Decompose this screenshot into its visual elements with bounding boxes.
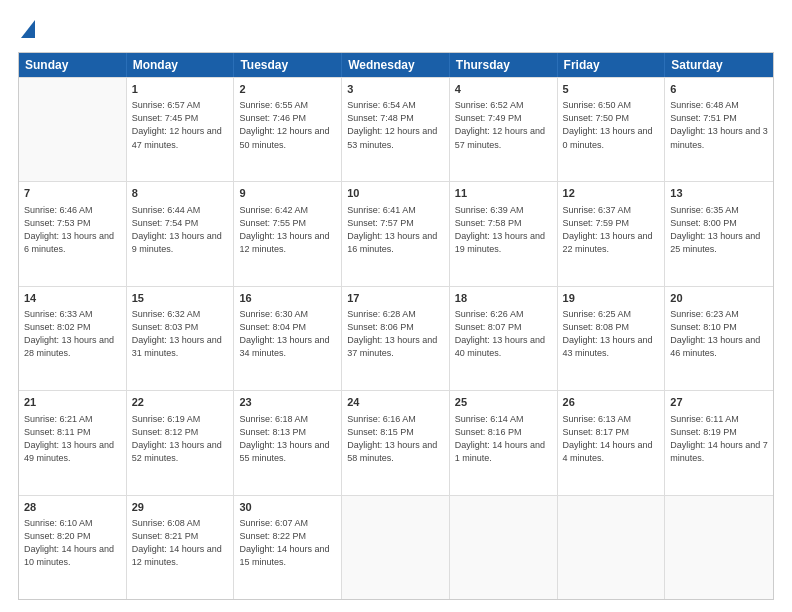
day-cell-8: 8Sunrise: 6:44 AMSunset: 7:54 PMDaylight… bbox=[127, 182, 235, 285]
day-number: 18 bbox=[455, 291, 552, 306]
day-number: 19 bbox=[563, 291, 660, 306]
day-cell-3: 3Sunrise: 6:54 AMSunset: 7:48 PMDaylight… bbox=[342, 78, 450, 181]
weekday-header-tuesday: Tuesday bbox=[234, 53, 342, 77]
day-cell-20: 20Sunrise: 6:23 AMSunset: 8:10 PMDayligh… bbox=[665, 287, 773, 390]
day-number: 24 bbox=[347, 395, 444, 410]
day-number: 20 bbox=[670, 291, 768, 306]
day-cell-17: 17Sunrise: 6:28 AMSunset: 8:06 PMDayligh… bbox=[342, 287, 450, 390]
calendar: SundayMondayTuesdayWednesdayThursdayFrid… bbox=[18, 52, 774, 600]
day-cell-26: 26Sunrise: 6:13 AMSunset: 8:17 PMDayligh… bbox=[558, 391, 666, 494]
empty-cell bbox=[558, 496, 666, 599]
day-info: Sunrise: 6:21 AMSunset: 8:11 PMDaylight:… bbox=[24, 413, 121, 465]
day-number: 16 bbox=[239, 291, 336, 306]
day-info: Sunrise: 6:52 AMSunset: 7:49 PMDaylight:… bbox=[455, 99, 552, 151]
day-cell-6: 6Sunrise: 6:48 AMSunset: 7:51 PMDaylight… bbox=[665, 78, 773, 181]
day-info: Sunrise: 6:32 AMSunset: 8:03 PMDaylight:… bbox=[132, 308, 229, 360]
day-info: Sunrise: 6:50 AMSunset: 7:50 PMDaylight:… bbox=[563, 99, 660, 151]
day-cell-23: 23Sunrise: 6:18 AMSunset: 8:13 PMDayligh… bbox=[234, 391, 342, 494]
weekday-header-sunday: Sunday bbox=[19, 53, 127, 77]
day-info: Sunrise: 6:25 AMSunset: 8:08 PMDaylight:… bbox=[563, 308, 660, 360]
day-number: 25 bbox=[455, 395, 552, 410]
day-number: 2 bbox=[239, 82, 336, 97]
day-cell-1: 1Sunrise: 6:57 AMSunset: 7:45 PMDaylight… bbox=[127, 78, 235, 181]
day-info: Sunrise: 6:10 AMSunset: 8:20 PMDaylight:… bbox=[24, 517, 121, 569]
day-cell-9: 9Sunrise: 6:42 AMSunset: 7:55 PMDaylight… bbox=[234, 182, 342, 285]
day-number: 12 bbox=[563, 186, 660, 201]
day-cell-28: 28Sunrise: 6:10 AMSunset: 8:20 PMDayligh… bbox=[19, 496, 127, 599]
day-info: Sunrise: 6:11 AMSunset: 8:19 PMDaylight:… bbox=[670, 413, 768, 465]
day-cell-21: 21Sunrise: 6:21 AMSunset: 8:11 PMDayligh… bbox=[19, 391, 127, 494]
day-info: Sunrise: 6:39 AMSunset: 7:58 PMDaylight:… bbox=[455, 204, 552, 256]
day-info: Sunrise: 6:44 AMSunset: 7:54 PMDaylight:… bbox=[132, 204, 229, 256]
day-info: Sunrise: 6:19 AMSunset: 8:12 PMDaylight:… bbox=[132, 413, 229, 465]
page: SundayMondayTuesdayWednesdayThursdayFrid… bbox=[0, 0, 792, 612]
day-number: 29 bbox=[132, 500, 229, 515]
calendar-row-5: 28Sunrise: 6:10 AMSunset: 8:20 PMDayligh… bbox=[19, 495, 773, 599]
day-info: Sunrise: 6:46 AMSunset: 7:53 PMDaylight:… bbox=[24, 204, 121, 256]
day-info: Sunrise: 6:18 AMSunset: 8:13 PMDaylight:… bbox=[239, 413, 336, 465]
day-info: Sunrise: 6:42 AMSunset: 7:55 PMDaylight:… bbox=[239, 204, 336, 256]
calendar-row-4: 21Sunrise: 6:21 AMSunset: 8:11 PMDayligh… bbox=[19, 390, 773, 494]
calendar-row-2: 7Sunrise: 6:46 AMSunset: 7:53 PMDaylight… bbox=[19, 181, 773, 285]
day-number: 21 bbox=[24, 395, 121, 410]
day-cell-4: 4Sunrise: 6:52 AMSunset: 7:49 PMDaylight… bbox=[450, 78, 558, 181]
day-info: Sunrise: 6:28 AMSunset: 8:06 PMDaylight:… bbox=[347, 308, 444, 360]
day-number: 30 bbox=[239, 500, 336, 515]
empty-cell bbox=[19, 78, 127, 181]
day-number: 28 bbox=[24, 500, 121, 515]
day-cell-29: 29Sunrise: 6:08 AMSunset: 8:21 PMDayligh… bbox=[127, 496, 235, 599]
day-info: Sunrise: 6:14 AMSunset: 8:16 PMDaylight:… bbox=[455, 413, 552, 465]
day-info: Sunrise: 6:16 AMSunset: 8:15 PMDaylight:… bbox=[347, 413, 444, 465]
day-number: 23 bbox=[239, 395, 336, 410]
day-info: Sunrise: 6:07 AMSunset: 8:22 PMDaylight:… bbox=[239, 517, 336, 569]
day-cell-12: 12Sunrise: 6:37 AMSunset: 7:59 PMDayligh… bbox=[558, 182, 666, 285]
day-number: 15 bbox=[132, 291, 229, 306]
day-number: 6 bbox=[670, 82, 768, 97]
day-info: Sunrise: 6:48 AMSunset: 7:51 PMDaylight:… bbox=[670, 99, 768, 151]
day-cell-27: 27Sunrise: 6:11 AMSunset: 8:19 PMDayligh… bbox=[665, 391, 773, 494]
day-info: Sunrise: 6:35 AMSunset: 8:00 PMDaylight:… bbox=[670, 204, 768, 256]
empty-cell bbox=[665, 496, 773, 599]
day-cell-14: 14Sunrise: 6:33 AMSunset: 8:02 PMDayligh… bbox=[19, 287, 127, 390]
day-number: 7 bbox=[24, 186, 121, 201]
logo bbox=[18, 18, 35, 42]
empty-cell bbox=[342, 496, 450, 599]
day-cell-19: 19Sunrise: 6:25 AMSunset: 8:08 PMDayligh… bbox=[558, 287, 666, 390]
day-number: 3 bbox=[347, 82, 444, 97]
day-info: Sunrise: 6:37 AMSunset: 7:59 PMDaylight:… bbox=[563, 204, 660, 256]
day-number: 10 bbox=[347, 186, 444, 201]
day-cell-22: 22Sunrise: 6:19 AMSunset: 8:12 PMDayligh… bbox=[127, 391, 235, 494]
day-number: 9 bbox=[239, 186, 336, 201]
day-number: 22 bbox=[132, 395, 229, 410]
weekday-header-saturday: Saturday bbox=[665, 53, 773, 77]
day-cell-24: 24Sunrise: 6:16 AMSunset: 8:15 PMDayligh… bbox=[342, 391, 450, 494]
day-number: 1 bbox=[132, 82, 229, 97]
day-number: 17 bbox=[347, 291, 444, 306]
weekday-header-wednesday: Wednesday bbox=[342, 53, 450, 77]
weekday-header-monday: Monday bbox=[127, 53, 235, 77]
day-info: Sunrise: 6:55 AMSunset: 7:46 PMDaylight:… bbox=[239, 99, 336, 151]
header bbox=[18, 18, 774, 42]
day-cell-16: 16Sunrise: 6:30 AMSunset: 8:04 PMDayligh… bbox=[234, 287, 342, 390]
day-info: Sunrise: 6:26 AMSunset: 8:07 PMDaylight:… bbox=[455, 308, 552, 360]
weekday-header-friday: Friday bbox=[558, 53, 666, 77]
day-cell-25: 25Sunrise: 6:14 AMSunset: 8:16 PMDayligh… bbox=[450, 391, 558, 494]
day-info: Sunrise: 6:08 AMSunset: 8:21 PMDaylight:… bbox=[132, 517, 229, 569]
day-cell-15: 15Sunrise: 6:32 AMSunset: 8:03 PMDayligh… bbox=[127, 287, 235, 390]
day-cell-13: 13Sunrise: 6:35 AMSunset: 8:00 PMDayligh… bbox=[665, 182, 773, 285]
day-info: Sunrise: 6:13 AMSunset: 8:17 PMDaylight:… bbox=[563, 413, 660, 465]
day-cell-2: 2Sunrise: 6:55 AMSunset: 7:46 PMDaylight… bbox=[234, 78, 342, 181]
day-cell-10: 10Sunrise: 6:41 AMSunset: 7:57 PMDayligh… bbox=[342, 182, 450, 285]
day-number: 11 bbox=[455, 186, 552, 201]
day-number: 8 bbox=[132, 186, 229, 201]
day-cell-5: 5Sunrise: 6:50 AMSunset: 7:50 PMDaylight… bbox=[558, 78, 666, 181]
day-number: 13 bbox=[670, 186, 768, 201]
day-cell-11: 11Sunrise: 6:39 AMSunset: 7:58 PMDayligh… bbox=[450, 182, 558, 285]
svg-marker-0 bbox=[21, 20, 35, 38]
day-cell-7: 7Sunrise: 6:46 AMSunset: 7:53 PMDaylight… bbox=[19, 182, 127, 285]
day-info: Sunrise: 6:57 AMSunset: 7:45 PMDaylight:… bbox=[132, 99, 229, 151]
weekday-header-thursday: Thursday bbox=[450, 53, 558, 77]
day-number: 4 bbox=[455, 82, 552, 97]
day-info: Sunrise: 6:54 AMSunset: 7:48 PMDaylight:… bbox=[347, 99, 444, 151]
day-info: Sunrise: 6:30 AMSunset: 8:04 PMDaylight:… bbox=[239, 308, 336, 360]
